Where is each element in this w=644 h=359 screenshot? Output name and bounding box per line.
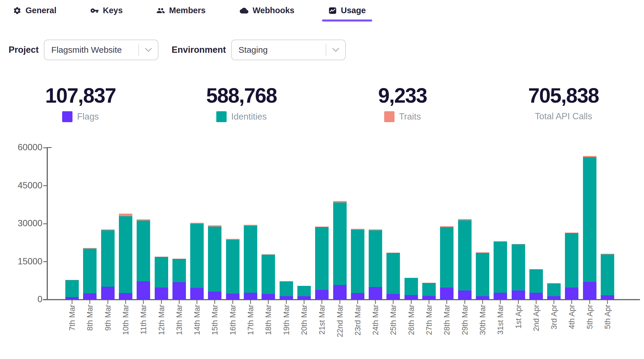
- y-axis-line: [47, 147, 48, 300]
- bar-stack[interactable]: [172, 259, 186, 300]
- tab-label-usage: Usage: [341, 6, 366, 15]
- bar-stack[interactable]: [65, 280, 79, 300]
- flags-total: 107,837: [45, 85, 116, 107]
- bar-segment-flags: [405, 295, 418, 300]
- tab-webhooks[interactable]: Webhooks: [239, 6, 294, 15]
- bar-segment-identities: [172, 259, 186, 282]
- x-axis-tick-label: 12th Mar: [158, 305, 166, 353]
- project-label: Project: [9, 45, 39, 55]
- bar-stack[interactable]: [547, 283, 561, 300]
- x-axis-tick-label: 17th Mar: [247, 305, 255, 353]
- stat-identities: 588,768 Identities: [161, 85, 322, 122]
- project-select[interactable]: Flagsmith Website: [44, 40, 158, 60]
- bar-stack[interactable]: [119, 214, 132, 300]
- bar-stack[interactable]: [208, 225, 221, 300]
- x-axis-tick-label: 11th Mar: [140, 305, 148, 353]
- x-axis-tick-label: 22nd Mar: [336, 305, 344, 353]
- x-axis-tick-label: 13th Mar: [175, 305, 183, 353]
- bar-stack[interactable]: [262, 254, 275, 300]
- x-axis-tick: [482, 300, 483, 304]
- bar-stack[interactable]: [422, 283, 436, 300]
- stat-traits: 9,233 Traits: [322, 85, 483, 122]
- cloud-icon: [239, 6, 249, 15]
- x-axis-tick: [72, 300, 72, 304]
- x-axis-tick: [357, 300, 358, 304]
- traits-legend-label: Traits: [399, 112, 421, 122]
- bar-stack[interactable]: [137, 219, 150, 300]
- bar-segment-identities: [297, 286, 311, 296]
- environment-select[interactable]: Staging: [231, 40, 346, 60]
- bar-stack[interactable]: [405, 278, 418, 300]
- bar-stack[interactable]: [333, 201, 347, 300]
- bar-stack[interactable]: [565, 233, 578, 300]
- bar-segment-flags: [333, 285, 347, 300]
- x-axis-tick-label: 15th Mar: [211, 305, 219, 353]
- bar-segment-identities: [333, 202, 347, 285]
- x-axis-tick-label: 3rd Apr: [550, 305, 558, 353]
- bar-stack[interactable]: [226, 239, 239, 300]
- bar-stack[interactable]: [476, 252, 489, 300]
- bar-stack[interactable]: [297, 286, 311, 300]
- environment-select-value: Staging: [232, 45, 326, 55]
- tab-usage[interactable]: Usage: [328, 6, 366, 15]
- x-axis-tick: [589, 300, 590, 304]
- bar-segment-identities: [369, 230, 382, 287]
- bar-segment-flags: [83, 293, 97, 300]
- bar-segment-identities: [583, 157, 596, 282]
- bar-stack[interactable]: [458, 219, 472, 300]
- x-axis-tick: [250, 300, 251, 304]
- bar-segment-identities: [405, 278, 418, 295]
- bar-segment-identities: [208, 227, 221, 292]
- bar-segment-flags: [262, 294, 275, 300]
- bar-segment-identities: [440, 227, 453, 288]
- bar-stack[interactable]: [512, 244, 525, 300]
- bar-stack[interactable]: [101, 229, 115, 300]
- bar-segment-flags: [101, 287, 115, 300]
- bar-segment-flags: [386, 294, 400, 300]
- bar-stack[interactable]: [494, 241, 507, 300]
- x-axis-tick-label: 20th Mar: [300, 305, 308, 353]
- bar-segment-identities: [119, 216, 132, 293]
- bar-stack[interactable]: [315, 227, 329, 300]
- environment-label: Environment: [172, 45, 226, 55]
- bar-segment-flags: [458, 290, 472, 300]
- tab-members[interactable]: Members: [156, 6, 205, 15]
- bar-stack[interactable]: [369, 229, 382, 300]
- members-icon: [156, 6, 165, 15]
- bar-stack[interactable]: [440, 226, 453, 300]
- total-api-calls-legend: Total API Calls: [535, 111, 592, 122]
- bar-stack[interactable]: [529, 269, 543, 300]
- bar-stack[interactable]: [351, 229, 364, 300]
- x-axis-tick-label: 30th Mar: [479, 305, 487, 353]
- x-axis-tick-label: 28th Mar: [443, 305, 451, 353]
- project-select-value: Flagsmith Website: [44, 45, 138, 55]
- bar-stack[interactable]: [601, 254, 614, 300]
- x-axis-tick: [214, 300, 215, 304]
- x-axis-tick-label: 23rd Mar: [354, 305, 362, 353]
- bar-stack[interactable]: [83, 248, 97, 300]
- x-axis-tick: [339, 300, 340, 304]
- total-api-calls-legend-label: Total API Calls: [535, 111, 592, 122]
- tab-keys[interactable]: Keys: [90, 6, 123, 15]
- x-axis-tick-label: 26th Mar: [407, 305, 415, 353]
- bar-stack[interactable]: [386, 253, 400, 300]
- x-axis-tick-label: 24th Mar: [372, 305, 380, 353]
- y-axis-tick-label: 15000: [0, 256, 42, 267]
- bar-stack[interactable]: [190, 223, 204, 300]
- tab-label-keys: Keys: [103, 6, 123, 15]
- bar-segment-identities: [262, 255, 275, 294]
- bar-stack[interactable]: [583, 156, 596, 300]
- x-axis-tick: [429, 300, 429, 304]
- x-axis-tick-label: 21st Mar: [318, 305, 326, 353]
- usage-stats-row: 107,837 Flags 588,768 Identities 9,233 T…: [0, 85, 644, 122]
- bar-segment-flags: [119, 293, 132, 300]
- bar-stack[interactable]: [280, 281, 293, 300]
- y-axis-tick: [43, 185, 47, 186]
- x-axis-tick-label: 9th Mar: [104, 305, 112, 353]
- bar-stack[interactable]: [244, 225, 257, 300]
- bar-segment-identities: [476, 253, 489, 296]
- bar-segment-identities: [155, 257, 168, 288]
- bar-segment-traits: [119, 214, 132, 216]
- tab-general[interactable]: General: [13, 6, 56, 15]
- bar-stack[interactable]: [155, 257, 168, 300]
